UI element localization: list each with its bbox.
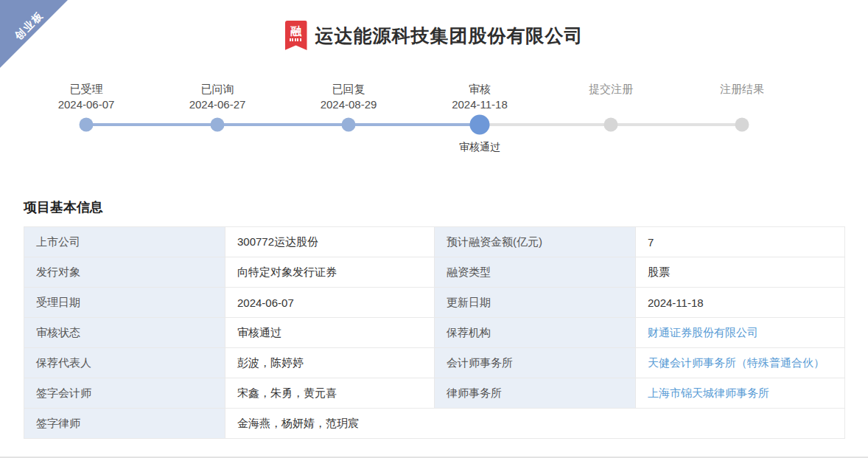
step-date	[676, 97, 808, 114]
step-dot	[470, 115, 490, 135]
step-line-right	[217, 123, 283, 126]
cell-label: 更新日期	[435, 288, 636, 318]
step-sublabel	[283, 141, 414, 154]
step-date	[545, 97, 676, 114]
cell-label: 受理日期	[24, 288, 225, 318]
step-label: 注册结果	[676, 81, 808, 97]
step-line-left	[152, 123, 217, 126]
step-track	[283, 114, 414, 135]
cell-value: 向特定对象发行证券	[225, 257, 435, 288]
step-line-left	[676, 123, 742, 126]
cell-label: 律师事务所	[435, 378, 636, 409]
step-line-left	[283, 123, 349, 126]
step-line-right	[611, 123, 676, 126]
table-row: 签字律师 金海燕，杨妍婧，范玥宸	[24, 409, 845, 439]
step-sublabel	[21, 141, 152, 154]
step-line-right	[742, 123, 808, 126]
rong-badge-char: 融	[290, 25, 301, 37]
timeline-step-submit-registration: 提交注册	[545, 81, 676, 154]
step-date: 2024-08-29	[283, 97, 414, 114]
cell-label: 融资类型	[435, 257, 636, 288]
cell-value: 300772运达股份	[225, 227, 435, 257]
page-title: 运达能源科技集团股份有限公司	[315, 24, 584, 48]
cell-value: 股票	[636, 257, 845, 288]
timeline-step-review: 审核 2024-11-18 审核通过	[414, 81, 545, 154]
cell-value: 上海市锦天城律师事务所	[636, 378, 845, 409]
step-label: 审核	[414, 81, 545, 97]
step-dot	[342, 118, 356, 132]
header: 融 运达能源科技集团股份有限公司	[0, 0, 868, 52]
step-line-left	[545, 123, 611, 126]
cell-label: 审核状态	[24, 318, 225, 348]
step-track	[21, 114, 152, 135]
cell-value: 审核通过	[225, 318, 435, 348]
section-title: 项目基本信息	[24, 198, 868, 216]
rong-badge-icon: 融	[285, 21, 307, 50]
sponsor-link[interactable]: 财通证券股份有限公司	[648, 326, 758, 339]
table-row: 受理日期 2024-06-07 更新日期 2024-11-18	[24, 288, 845, 318]
table-row: 签字会计师 宋鑫，朱勇，黄元喜 律师事务所 上海市锦天城律师事务所	[24, 378, 845, 409]
timeline-step-replied: 已回复 2024-08-29	[283, 81, 414, 154]
step-dot	[211, 118, 225, 132]
timeline-step-registration-result: 注册结果	[676, 81, 808, 154]
step-label: 已回复	[283, 81, 414, 97]
step-track	[152, 114, 283, 135]
step-track	[414, 114, 545, 135]
cell-label: 会计师事务所	[435, 348, 636, 378]
step-line-right	[349, 123, 414, 126]
step-label: 已受理	[21, 81, 152, 97]
table-row: 审核状态 审核通过 保荐机构 财通证券股份有限公司	[24, 318, 845, 348]
page: 创业板 融 运达能源科技集团股份有限公司 已受理 2024-06-07 已问询 …	[0, 0, 868, 458]
cell-label: 保荐代表人	[24, 348, 225, 378]
cell-value: 天健会计师事务所（特殊普通合伙）	[636, 348, 845, 378]
project-info-table: 上市公司 300772运达股份 预计融资金额(亿元) 7 发行对象 向特定对象发…	[24, 226, 845, 439]
step-line-right	[86, 123, 152, 126]
step-track	[545, 114, 676, 135]
step-line-left	[21, 123, 86, 126]
cell-label: 签字律师	[24, 409, 225, 439]
rong-badge-subtext	[290, 38, 302, 41]
table-row: 保荐代表人 彭波，陈婷婷 会计师事务所 天健会计师事务所（特殊普通合伙）	[24, 348, 845, 378]
table-row: 发行对象 向特定对象发行证券 融资类型 股票	[24, 257, 845, 288]
cell-value: 财通证券股份有限公司	[636, 318, 845, 348]
cell-value: 2024-11-18	[636, 288, 845, 318]
cell-value: 7	[636, 227, 845, 257]
step-date: 2024-11-18	[414, 97, 545, 114]
cell-value: 彭波，陈婷婷	[225, 348, 435, 378]
step-dot	[80, 118, 94, 132]
timeline-step-accepted: 已受理 2024-06-07	[21, 81, 152, 154]
cell-label: 上市公司	[24, 227, 225, 257]
law-firm-link[interactable]: 上海市锦天城律师事务所	[648, 386, 769, 399]
step-dot	[735, 118, 749, 132]
table-row: 上市公司 300772运达股份 预计融资金额(亿元) 7	[24, 227, 845, 257]
step-sublabel	[152, 141, 283, 154]
step-dot	[604, 118, 618, 132]
step-track	[676, 114, 808, 135]
timeline: 已受理 2024-06-07 已问询 2024-06-27 已回复 2024-0…	[21, 81, 808, 154]
step-sublabel	[676, 141, 808, 154]
step-sublabel	[545, 141, 676, 154]
accounting-firm-link[interactable]: 天健会计师事务所（特殊普通合伙）	[648, 356, 825, 369]
cell-label: 发行对象	[24, 257, 225, 288]
cell-value: 金海燕，杨妍婧，范玥宸	[225, 409, 845, 439]
cell-value: 2024-06-07	[225, 288, 435, 318]
step-label: 已问询	[152, 81, 283, 97]
cell-label: 保荐机构	[435, 318, 636, 348]
cell-label: 预计融资金额(亿元)	[435, 227, 636, 257]
step-date: 2024-06-07	[21, 97, 152, 114]
step-label: 提交注册	[545, 81, 676, 97]
cell-value: 宋鑫，朱勇，黄元喜	[225, 378, 435, 409]
timeline-step-inquired: 已问询 2024-06-27	[152, 81, 283, 154]
step-date: 2024-06-27	[152, 97, 283, 114]
cell-label: 签字会计师	[24, 378, 225, 409]
step-sublabel: 审核通过	[414, 141, 545, 154]
